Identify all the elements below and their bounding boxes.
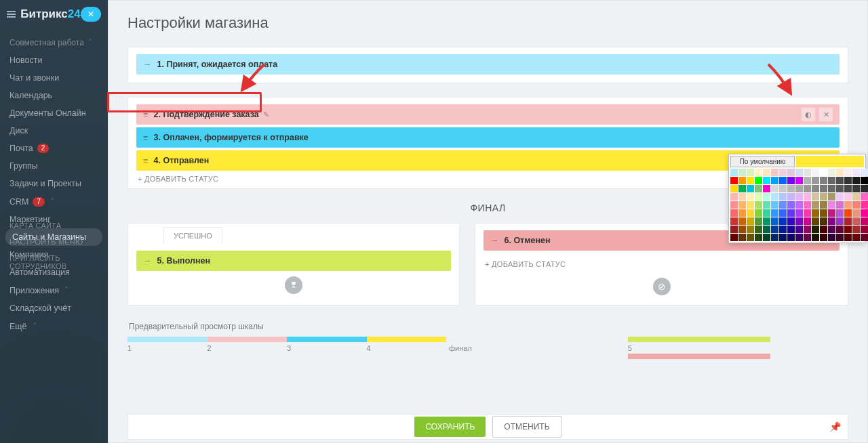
save-button[interactable]: СОХРАНИТЬ xyxy=(414,417,486,437)
color-swatch[interactable] xyxy=(755,185,762,192)
color-swatch[interactable] xyxy=(836,169,844,176)
color-swatch[interactable] xyxy=(820,193,827,201)
color-swatch[interactable] xyxy=(836,193,844,201)
color-swatch[interactable] xyxy=(747,217,754,225)
color-swatch[interactable] xyxy=(804,169,811,176)
color-swatch[interactable] xyxy=(779,193,787,201)
color-swatch[interactable] xyxy=(755,217,762,225)
color-swatch[interactable] xyxy=(836,234,844,241)
color-swatch[interactable] xyxy=(763,185,770,192)
color-swatch[interactable] xyxy=(738,177,746,184)
color-swatch[interactable] xyxy=(730,185,738,192)
color-swatch[interactable] xyxy=(763,169,770,176)
color-swatch[interactable] xyxy=(812,217,819,225)
status-confirm[interactable]: ≡ 2. Подтверждение заказа ✎ ◐ ✕ xyxy=(136,104,840,125)
add-status-link[interactable]: ДОБАВИТЬ СТАТУС xyxy=(484,256,840,268)
color-swatch[interactable] xyxy=(747,226,754,233)
color-swatch[interactable] xyxy=(730,217,738,225)
sidebar-footer-2[interactable]: ПРИГЛАСИТЬ СОТРУДНИКОВ xyxy=(0,250,108,274)
color-swatch[interactable] xyxy=(812,201,819,209)
color-swatch[interactable] xyxy=(779,226,787,233)
color-button[interactable]: ◐ xyxy=(802,108,815,121)
color-swatch[interactable] xyxy=(852,169,860,176)
color-swatch[interactable] xyxy=(812,169,819,176)
color-swatch[interactable] xyxy=(747,177,754,184)
color-swatch[interactable] xyxy=(861,217,868,225)
color-swatch[interactable] xyxy=(747,201,754,209)
color-swatch[interactable] xyxy=(779,201,787,209)
sidebar-item-1[interactable]: Новости xyxy=(0,51,108,69)
color-swatch[interactable] xyxy=(771,209,778,217)
color-swatch[interactable] xyxy=(795,169,803,176)
color-swatch[interactable] xyxy=(779,169,787,176)
color-swatch[interactable] xyxy=(779,209,787,217)
color-swatch[interactable] xyxy=(771,226,778,233)
color-swatch[interactable] xyxy=(795,234,803,241)
color-swatch[interactable] xyxy=(730,234,738,241)
sidebar-item-15[interactable]: Складской учёт xyxy=(0,299,108,317)
color-swatch[interactable] xyxy=(787,234,795,241)
color-swatch[interactable] xyxy=(738,234,746,241)
color-swatch[interactable] xyxy=(747,169,754,176)
color-swatch[interactable] xyxy=(828,234,835,241)
color-swatch[interactable] xyxy=(787,185,795,192)
color-swatch[interactable] xyxy=(828,193,835,201)
color-swatch[interactable] xyxy=(763,226,770,233)
color-swatch[interactable] xyxy=(755,201,762,209)
color-swatch[interactable] xyxy=(763,209,770,217)
sidebar-item-7[interactable]: Группы xyxy=(0,157,108,175)
color-swatch[interactable] xyxy=(747,234,754,241)
status-accepted[interactable]: → 1. Принят, ожидается оплата xyxy=(136,54,840,75)
color-swatch[interactable] xyxy=(844,226,852,233)
color-swatch[interactable] xyxy=(836,185,844,192)
color-swatch[interactable] xyxy=(861,177,868,184)
color-swatch[interactable] xyxy=(738,169,746,176)
color-swatch[interactable] xyxy=(779,185,787,192)
sidebar-item-0[interactable]: Совместная работа ˄ xyxy=(0,30,108,51)
color-swatch[interactable] xyxy=(738,226,746,233)
color-swatch[interactable] xyxy=(755,177,762,184)
color-swatch[interactable] xyxy=(861,185,868,192)
color-swatch[interactable] xyxy=(795,201,803,209)
color-swatch[interactable] xyxy=(804,209,811,217)
color-swatch[interactable] xyxy=(730,177,738,184)
color-swatch[interactable] xyxy=(771,185,778,192)
color-swatch[interactable] xyxy=(771,201,778,209)
color-swatch[interactable] xyxy=(804,185,811,192)
color-swatch[interactable] xyxy=(820,226,827,233)
color-swatch[interactable] xyxy=(804,193,811,201)
color-swatch[interactable] xyxy=(861,169,868,176)
color-swatch[interactable] xyxy=(820,209,827,217)
color-swatch[interactable] xyxy=(755,226,762,233)
color-swatch[interactable] xyxy=(836,209,844,217)
sidebar-item-3[interactable]: Календарь xyxy=(0,87,108,104)
color-swatch[interactable] xyxy=(861,226,868,233)
drag-icon[interactable]: ≡ xyxy=(143,110,149,120)
color-swatch[interactable] xyxy=(844,234,852,241)
color-swatch[interactable] xyxy=(828,226,835,233)
color-swatch[interactable] xyxy=(787,201,795,209)
color-swatch[interactable] xyxy=(787,193,795,201)
sidebar-footer-0[interactable]: КАРТА САЙТА xyxy=(0,217,108,234)
color-swatch[interactable] xyxy=(804,201,811,209)
color-swatch[interactable] xyxy=(844,185,852,192)
color-swatch[interactable] xyxy=(812,234,819,241)
color-swatch[interactable] xyxy=(779,177,787,184)
color-swatch[interactable] xyxy=(828,177,835,184)
color-swatch[interactable] xyxy=(763,177,770,184)
sidebar-item-6[interactable]: Почта2 xyxy=(0,140,108,157)
status-done[interactable]: → 5. Выполнен xyxy=(136,251,451,271)
sidebar-item-16[interactable]: Ещё˅ xyxy=(0,317,108,335)
color-swatch[interactable] xyxy=(771,169,778,176)
color-swatch[interactable] xyxy=(747,209,754,217)
color-swatch[interactable] xyxy=(828,201,835,209)
color-swatch[interactable] xyxy=(820,169,827,176)
color-swatch[interactable] xyxy=(828,209,835,217)
color-swatch[interactable] xyxy=(852,185,860,192)
color-swatch[interactable] xyxy=(747,185,754,192)
color-swatch[interactable] xyxy=(804,217,811,225)
color-swatch[interactable] xyxy=(771,193,778,201)
color-swatch[interactable] xyxy=(795,177,803,184)
color-swatch[interactable] xyxy=(820,185,827,192)
color-swatch[interactable] xyxy=(730,201,738,209)
